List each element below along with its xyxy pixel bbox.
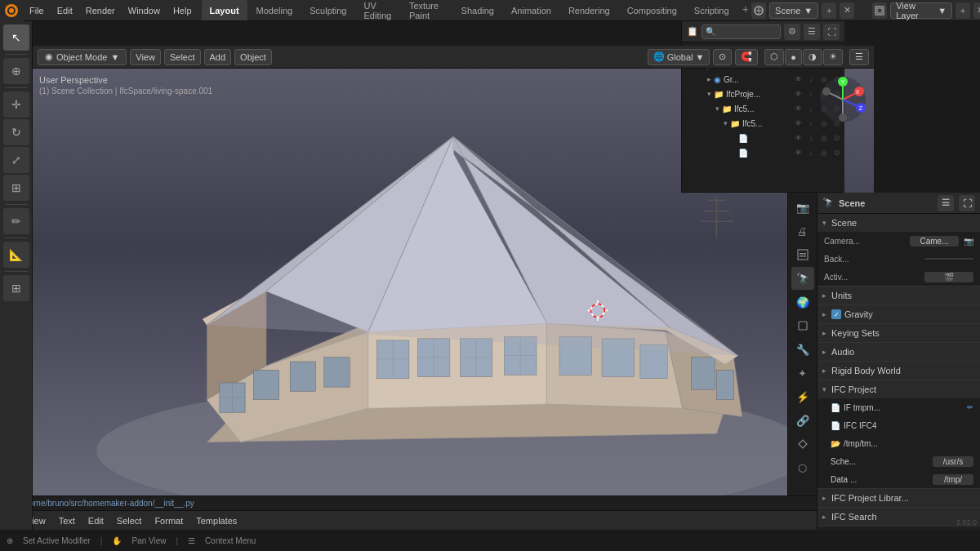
ifc-item-schema[interactable]: Sche... /usr/s: [817, 452, 980, 470]
separator-2: |: [176, 536, 179, 545]
prop-icon-viewlayer[interactable]: [791, 243, 814, 266]
separator-1: |: [100, 536, 103, 545]
ifc-item-tmptm[interactable]: 📂 /tmp/tm...: [817, 434, 980, 452]
delete-scene-button[interactable]: ✕: [840, 2, 854, 19]
transform-global[interactable]: 🌐Global▼: [648, 49, 710, 65]
tab-compositing[interactable]: Compositing: [619, 0, 685, 20]
delete-view-layer-button[interactable]: ✕: [973, 2, 980, 19]
transform-tool[interactable]: ⊞: [3, 175, 29, 201]
tab-layout[interactable]: Layout: [202, 0, 247, 20]
te-select-menu[interactable]: Select: [112, 511, 147, 530]
rigid-body-section-header[interactable]: ▸ Rigid Body World: [817, 362, 980, 380]
ifc-item-data[interactable]: Data ... /tmp/: [817, 470, 980, 488]
add-tool[interactable]: ⊞: [3, 275, 29, 301]
top-menu-bar: File Edit Render Window Help Layout Mode…: [0, 0, 980, 21]
outliner-filter-btn[interactable]: ⚙: [784, 24, 800, 40]
prop-icon-world[interactable]: 🌍: [791, 291, 814, 313]
object-menu[interactable]: Object: [234, 49, 272, 65]
outliner-fullscreen-btn[interactable]: ⛶: [823, 24, 840, 40]
wireframe-shading[interactable]: ⬡: [764, 49, 784, 65]
annotate-tool[interactable]: ✏: [3, 208, 29, 234]
outliner-item-sub1[interactable]: ▸ 📄 👁↓◎⊙: [682, 131, 844, 145]
solid-shading[interactable]: ●: [785, 49, 802, 65]
select-menu[interactable]: Select: [164, 49, 201, 65]
outliner-item-sub2[interactable]: ▸ 📄 👁↓◎⊙: [682, 145, 844, 160]
menu-file[interactable]: File: [23, 0, 51, 20]
prop-icon-physics[interactable]: ⚡: [791, 385, 814, 408]
tab-rendering[interactable]: Rendering: [560, 0, 618, 20]
outliner-search[interactable]: 🔍: [702, 24, 781, 39]
snap-toggle[interactable]: 🧲: [735, 49, 758, 65]
tab-shading[interactable]: Shading: [453, 0, 502, 20]
prop-icon-particles[interactable]: ✦: [791, 362, 814, 384]
menu-render[interactable]: Render: [79, 0, 122, 20]
units-section-header[interactable]: ▸ Units: [817, 287, 980, 304]
navigation-gizmo[interactable]: X Y Z: [818, 75, 867, 124]
blender-logo[interactable]: [0, 0, 23, 21]
outliner-options-btn[interactable]: ☰: [804, 24, 820, 40]
view-layer-dropdown[interactable]: View Layer ▼: [890, 2, 952, 19]
menu-window[interactable]: Window: [122, 0, 167, 20]
scale-tool[interactable]: ⤢: [3, 147, 29, 173]
scene-selector: Scene ▼ + ✕ View Layer ▼ + ✕ ☰ ⛶: [751, 2, 980, 19]
proportional-edit[interactable]: ⊙: [713, 49, 732, 65]
svg-point-2: [9, 8, 14, 13]
new-view-layer-button[interactable]: +: [956, 2, 970, 19]
prop-icon-material[interactable]: ⬡: [791, 456, 814, 479]
te-templates-menu[interactable]: Templates: [191, 511, 242, 530]
active-value[interactable]: 🎬: [924, 272, 973, 282]
background-value[interactable]: [924, 258, 973, 260]
properties-icon-strip: 📷 🖨 🔭 🌍 🔧 ✦ ⚡ 🔗 ⬡: [787, 193, 817, 530]
prop-icon-modifier[interactable]: 🔧: [791, 338, 814, 361]
svg-point-69: [839, 113, 847, 122]
measure-tool[interactable]: 📐: [3, 242, 29, 268]
view-menu[interactable]: View: [130, 49, 161, 65]
prop-icon-render[interactable]: 📷: [791, 196, 814, 219]
material-shading[interactable]: ◑: [803, 49, 822, 65]
gravity-checkbox[interactable]: ✓: [831, 309, 841, 319]
tab-uv-editing[interactable]: UV Editing: [356, 0, 401, 20]
add-menu[interactable]: Add: [204, 49, 232, 65]
tab-texture-paint[interactable]: Texture Paint: [401, 0, 452, 20]
prop-icon-data[interactable]: [791, 433, 814, 455]
te-format-menu[interactable]: Format: [149, 511, 188, 530]
select-tool[interactable]: ↖: [3, 24, 29, 51]
add-workspace-button[interactable]: +: [740, 0, 752, 18]
object-mode-selector[interactable]: ◉ Object Mode ▼: [38, 49, 127, 65]
rotate-tool[interactable]: ↻: [3, 119, 29, 145]
new-scene-button[interactable]: +: [822, 2, 836, 19]
te-edit-menu[interactable]: Edit: [83, 511, 109, 530]
svg-text:Z: Z: [859, 105, 863, 111]
svg-text:X: X: [856, 89, 860, 95]
ifc-item-tmpmt[interactable]: 📄 IF tmpm... ✏: [817, 398, 980, 416]
svg-rect-35: [717, 370, 734, 399]
section-rigid-body: ▸ Rigid Body World: [817, 362, 980, 380]
properties-fullscreen[interactable]: ⛶: [959, 195, 975, 211]
prop-icon-constraints[interactable]: 🔗: [791, 409, 814, 432]
prop-icon-scene[interactable]: 🔭: [791, 267, 814, 290]
tab-animation[interactable]: Animation: [503, 0, 559, 20]
keying-section-header[interactable]: ▸ Keying Sets: [817, 324, 980, 342]
cursor-tool[interactable]: ⊕: [3, 58, 29, 84]
set-active-modifier-icon: ⊕: [7, 536, 13, 545]
camera-value[interactable]: Came...: [910, 236, 959, 247]
menu-help[interactable]: Help: [167, 0, 198, 20]
tab-sculpting[interactable]: Sculpting: [301, 0, 354, 20]
ifc-project-section-header[interactable]: ▾ IFC Project: [817, 380, 980, 398]
ifc-item-ifc4[interactable]: 📄 IFC IFC4: [817, 416, 980, 434]
menu-edit[interactable]: Edit: [51, 0, 79, 20]
scene-dropdown[interactable]: Scene ▼: [769, 2, 818, 19]
prop-icon-object[interactable]: [791, 314, 814, 337]
gravity-section-header[interactable]: ▸ ✓ Gravity: [817, 305, 980, 323]
tab-scripting[interactable]: Scripting: [686, 0, 737, 20]
prop-icon-output[interactable]: 🖨: [791, 220, 814, 242]
ifc-library-header[interactable]: ▸ IFC Project Librar...: [817, 489, 980, 507]
tab-modeling[interactable]: Modeling: [248, 0, 301, 20]
scene-section-header[interactable]: ▾ Scene: [817, 214, 980, 232]
audio-section-header[interactable]: ▸ Audio: [817, 343, 980, 361]
move-tool[interactable]: ✛: [3, 91, 29, 118]
properties-options[interactable]: ☰: [938, 195, 954, 211]
editor-options[interactable]: ☰: [849, 49, 869, 65]
render-shading[interactable]: ☀: [823, 49, 843, 65]
te-text-menu[interactable]: Text: [54, 511, 80, 530]
